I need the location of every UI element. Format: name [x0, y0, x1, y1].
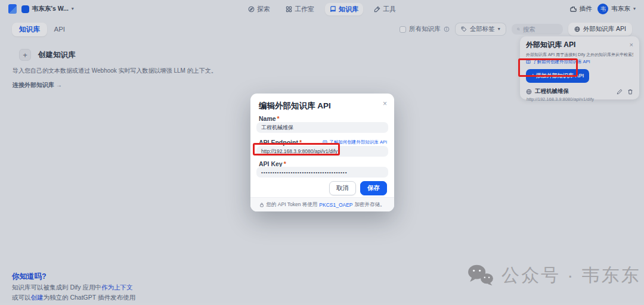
- endpoint-help-link-label: 了解如何创建外部知识库 API: [329, 139, 387, 145]
- name-label: Name*: [259, 115, 280, 122]
- name-label-text: Name: [259, 115, 276, 122]
- endpoint-field[interactable]: [256, 146, 388, 157]
- cancel-button[interactable]: 取消: [329, 181, 356, 195]
- lock-icon: [259, 203, 264, 207]
- wechat-icon: [467, 264, 494, 288]
- endpoint-label-text: API Endpoint: [259, 139, 298, 146]
- watermark: 公众号 · 韦东东: [467, 263, 641, 288]
- footer-prefix: 您的 API Token 将使用: [266, 201, 317, 208]
- book-icon: [323, 140, 327, 145]
- required-mark: *: [299, 139, 302, 146]
- modal-footer-note: 您的 API Token 将使用 PKCS1_OAEP 加密并存储。: [250, 197, 394, 211]
- dify-knowledge-page: 韦东东's W... ▾ 探索 工作室 知识库 工具: [0, 0, 644, 305]
- name-field[interactable]: [256, 122, 388, 133]
- required-mark: *: [277, 115, 280, 122]
- edit-external-kb-api-modal: 编辑外部知识库 API × Name* API Endpoint* 了解如何创建…: [250, 94, 394, 211]
- modal-title: 编辑外部知识库 API: [259, 101, 331, 111]
- footer-cipher: PKCS1_OAEP: [319, 202, 352, 208]
- endpoint-help-link[interactable]: 了解如何创建外部知识库 API: [323, 139, 387, 145]
- endpoint-label: API Endpoint*: [259, 139, 302, 146]
- watermark-text: 公众号 · 韦东东: [501, 263, 641, 288]
- close-icon[interactable]: ×: [383, 100, 387, 107]
- save-button[interactable]: 保存: [360, 181, 387, 195]
- api-key-field[interactable]: [256, 167, 388, 178]
- footer-suffix: 加密并存储。: [355, 201, 385, 208]
